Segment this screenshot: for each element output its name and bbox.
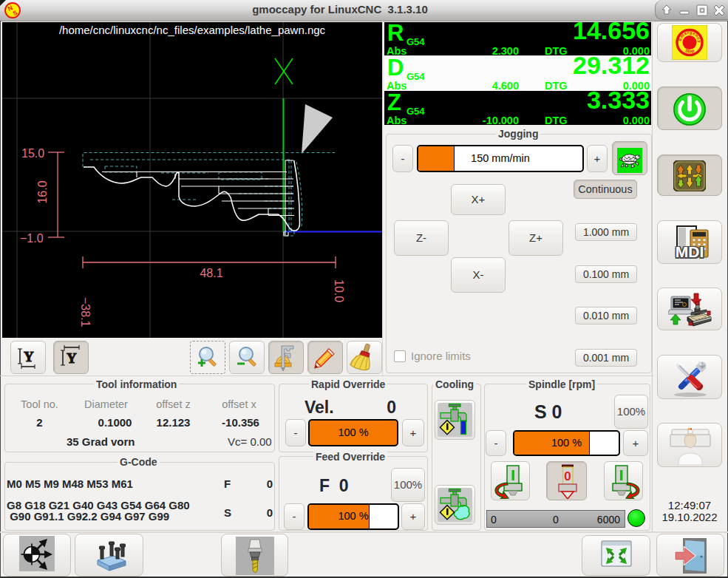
svg-text:0: 0 <box>564 469 571 483</box>
svg-text:15.0: 15.0 <box>21 147 44 160</box>
svg-text:Y: Y <box>24 349 34 364</box>
svg-text:−38.1: −38.1 <box>79 297 92 327</box>
svg-text:16.0: 16.0 <box>36 180 49 203</box>
svg-text:/home/cnc/linuxcnc/nc_files/ex: /home/cnc/linuxcnc/nc_files/examples/lat… <box>59 24 326 36</box>
svg-text:−1.0: −1.0 <box>20 232 44 245</box>
svg-text:Y: Y <box>67 350 77 366</box>
svg-text:48.1: 48.1 <box>200 267 222 279</box>
svg-text:10.0: 10.0 <box>333 279 345 302</box>
